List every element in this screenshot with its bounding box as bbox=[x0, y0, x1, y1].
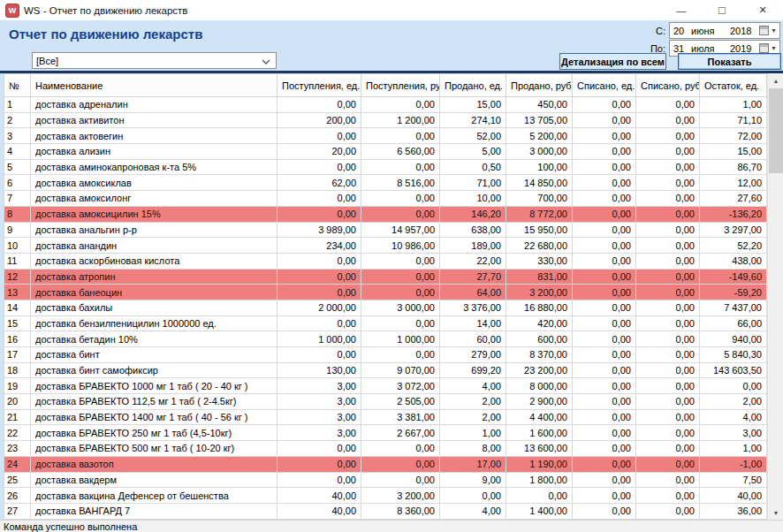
cell-value: 3 381,00 bbox=[361, 409, 440, 425]
date-from-input[interactable]: 20 июня 2018 ▼ bbox=[669, 22, 780, 39]
cell-value: 0,00 bbox=[636, 253, 700, 269]
cell-value: 2 900,00 bbox=[506, 394, 573, 410]
cell-value: 0,00 bbox=[361, 347, 440, 363]
table-row[interactable]: 9доставка анальгин р-р3 989,0014 957,006… bbox=[4, 222, 767, 238]
cell-value: 0,00 bbox=[636, 331, 700, 347]
cell-value: 10,00 bbox=[440, 191, 506, 207]
column-header[interactable]: Продано, ед. bbox=[440, 74, 506, 97]
cell-value: 8 772,00 bbox=[506, 206, 573, 222]
table-row[interactable]: 17доставка бинт0,000,00279,008 370,000,0… bbox=[4, 347, 767, 363]
cell-value: 86,70 bbox=[700, 159, 767, 175]
table-row[interactable]: 7доставка амоксилонг0,000,0010,00700,000… bbox=[4, 191, 767, 207]
table-row[interactable]: 11доставка аскорбиновая кислота0,000,002… bbox=[4, 253, 767, 269]
table-row[interactable]: 20доставка БРАВЕКТО 112,5 мг 1 таб ( 2-4… bbox=[4, 394, 767, 410]
table-row[interactable]: 1доставка адреналин0,000,0015,00450,000,… bbox=[4, 97, 767, 113]
table-row[interactable]: 27доставка ВАНГАРД 740,008 360,004,001 4… bbox=[4, 503, 767, 519]
table-row[interactable]: 24доставка вазотоп0,000,0017,001 190,000… bbox=[4, 456, 767, 472]
cell-value: 0,00 bbox=[277, 159, 361, 175]
cell-value: 2,00 bbox=[440, 394, 506, 410]
cell-value: 0,00 bbox=[277, 206, 361, 222]
table-row[interactable]: 10доставка анандин234,0010 986,00189,002… bbox=[4, 238, 767, 254]
filter-dropdown[interactable]: [Все] bbox=[32, 52, 277, 69]
date-to-year[interactable]: 2019 bbox=[730, 43, 758, 54]
table-row[interactable]: 14доставка бахилы2 000,003 000,003 376,0… bbox=[4, 300, 767, 315]
cell-value: 0,00 bbox=[573, 472, 636, 488]
table-row[interactable]: 23доставка БРАВЕКТО 500 мг 1 таб ( 10-20… bbox=[4, 441, 767, 457]
cell-value: 9,00 bbox=[440, 472, 506, 488]
table-row[interactable]: 3доставка актовегин0,000,0052,005 200,00… bbox=[4, 128, 767, 144]
table-row[interactable]: 22доставка БРАВЕКТО 250 мг 1 таб (4,5-10… bbox=[4, 425, 767, 441]
app-icon: W bbox=[5, 4, 19, 18]
column-header[interactable]: Остаток, ед. bbox=[700, 74, 767, 97]
close-button[interactable]: ✕ bbox=[742, 0, 783, 20]
show-button[interactable]: Показать bbox=[678, 53, 781, 70]
cell-value: 0,00 bbox=[361, 253, 440, 269]
cell-value: 0,00 bbox=[573, 425, 636, 441]
cell-value: 3 200,00 bbox=[506, 285, 573, 300]
date-from-picker-button[interactable]: ▼ bbox=[759, 26, 777, 35]
table-row[interactable]: 4доставка ализин20,006 560,005,003 000,0… bbox=[4, 144, 767, 160]
table-row[interactable]: 16доставка бетадин 10%1 000,001 000,0060… bbox=[4, 331, 767, 347]
cell-value: 0,00 bbox=[636, 238, 700, 254]
table-row[interactable]: 21доставка БРАВЕКТО 1400 мг 1 таб ( 40 -… bbox=[4, 409, 767, 425]
date-to-day[interactable]: 31 bbox=[673, 43, 691, 54]
cell-value: 831,00 bbox=[506, 269, 573, 285]
cell-value: 0,00 bbox=[636, 128, 700, 144]
header-row: №НаименованиеПоступления, ед.Поступления… bbox=[4, 74, 767, 97]
cell-value: 36,00 bbox=[700, 503, 767, 519]
table-row[interactable]: 8доставка амоксицилин 15%0,000,00146,208… bbox=[4, 206, 767, 222]
cell-value: 0,00 bbox=[636, 300, 700, 315]
column-header[interactable]: Поступления, руб. bbox=[361, 74, 440, 97]
column-header[interactable]: Наименование bbox=[31, 74, 277, 97]
cell-value: 0,00 bbox=[636, 144, 700, 160]
item-name: доставка амоксиклав bbox=[31, 175, 277, 191]
scroll-thumb[interactable] bbox=[769, 88, 783, 173]
cell-value: 1 200,00 bbox=[361, 112, 440, 128]
row-number: 23 bbox=[4, 441, 31, 457]
cell-value: 274,10 bbox=[440, 112, 506, 128]
table-row[interactable]: 2доставка активитон200,001 200,00274,101… bbox=[4, 112, 767, 128]
report-table: №НаименованиеПоступления, ед.Поступления… bbox=[4, 73, 767, 520]
cell-value: 0,00 bbox=[361, 191, 440, 207]
cell-value: 3,00 bbox=[277, 425, 361, 441]
maximize-button[interactable]: □ bbox=[702, 0, 742, 20]
scroll-down-icon[interactable]: ▼ bbox=[768, 505, 783, 520]
cell-value: 0,00 bbox=[573, 441, 636, 457]
table-row[interactable]: 25доставка вакдерм0,000,009,001 800,000,… bbox=[4, 472, 767, 488]
column-header[interactable]: № bbox=[4, 74, 31, 97]
cell-value: 0,00 bbox=[361, 456, 440, 472]
date-to-picker-button[interactable]: ▼ bbox=[759, 43, 777, 53]
vertical-scrollbar[interactable]: ▲ ▼ bbox=[767, 73, 783, 520]
date-from-year[interactable]: 2018 bbox=[730, 26, 758, 36]
column-header[interactable]: Списано, ед. bbox=[573, 74, 636, 97]
cell-value: 8,00 bbox=[440, 441, 506, 457]
cell-value: 0,00 bbox=[700, 378, 767, 394]
column-header[interactable]: Списано, руб. bbox=[636, 74, 700, 97]
table-row[interactable]: 19доставка БРАВЕКТО 1000 мг 1 таб ( 20 -… bbox=[4, 378, 767, 394]
cell-value: 940,00 bbox=[700, 331, 767, 347]
scroll-up-icon[interactable]: ▲ bbox=[768, 73, 783, 87]
cell-value: 1,00 bbox=[440, 425, 506, 441]
chevron-down-icon bbox=[262, 56, 270, 66]
cell-value: 0,00 bbox=[636, 97, 700, 113]
table-row[interactable]: 6доставка амоксиклав62,008 516,0071,0014… bbox=[4, 175, 767, 191]
table-row[interactable]: 5доставка аминокапроновая к-та 5%0,000,0… bbox=[4, 159, 767, 175]
table-row[interactable]: 15доставка бензилпеницилин 1000000 ед.0,… bbox=[4, 315, 767, 331]
table-row[interactable]: 18доставка бинт самофиксир130,009 070,00… bbox=[4, 362, 767, 378]
date-from-month[interactable]: июня bbox=[691, 26, 730, 36]
cell-value: 0,00 bbox=[573, 378, 636, 394]
table-row[interactable]: 13доставка банеоцин0,000,0064,003 200,00… bbox=[4, 285, 767, 300]
column-header[interactable]: Продано, руб. bbox=[506, 74, 573, 97]
date-from-day[interactable]: 20 bbox=[673, 26, 691, 36]
column-header[interactable]: Поступления, ед. bbox=[277, 74, 361, 97]
cell-value: -59,20 bbox=[700, 285, 767, 300]
table-row[interactable]: 12доставка атропин0,000,0027,70831,000,0… bbox=[4, 269, 767, 285]
minimize-button[interactable]: — bbox=[661, 0, 702, 20]
date-to-month[interactable]: июля bbox=[691, 43, 730, 54]
cell-value: 52,00 bbox=[440, 128, 506, 144]
cell-value: 12,00 bbox=[700, 175, 767, 191]
detail-button[interactable]: Детализация по всем bbox=[559, 53, 666, 70]
table-row[interactable]: 26доставка вакцина Дефенсер от бешенства… bbox=[4, 488, 767, 504]
cell-value: 0,00 bbox=[573, 300, 636, 315]
row-number: 25 bbox=[4, 472, 31, 488]
